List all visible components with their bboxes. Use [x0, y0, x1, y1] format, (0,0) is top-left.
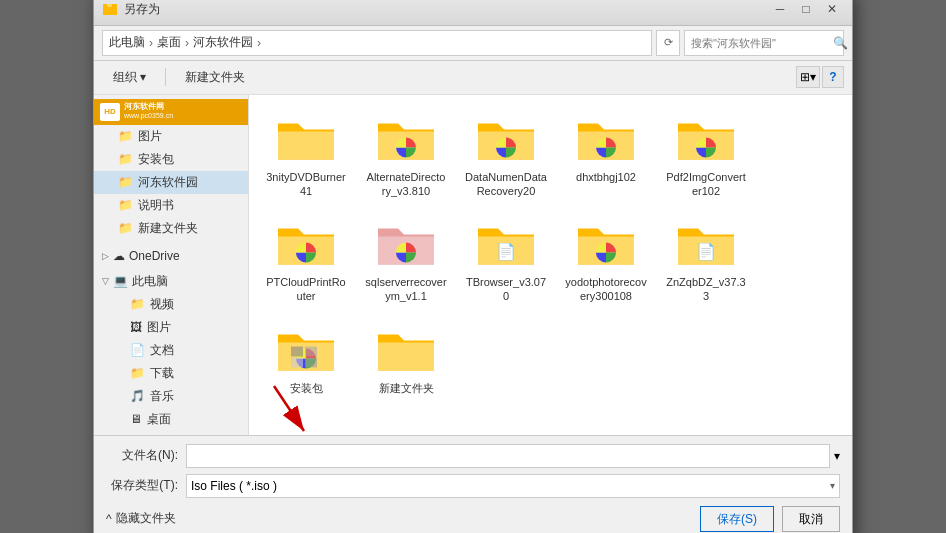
file-label: 新建文件夹 — [379, 381, 434, 395]
filename-input[interactable] — [186, 444, 830, 468]
file-item-dhxt[interactable]: dhxtbhgj102 — [561, 107, 651, 203]
folder-icon: 📁 — [118, 152, 133, 166]
view-toggle-button[interactable]: ⊞▾ — [796, 66, 820, 88]
help-button[interactable]: ? — [822, 66, 844, 88]
file-item-pdf2img[interactable]: Pdf2ImgConverter102 — [661, 107, 751, 203]
sidebar-section-thispc[interactable]: ▽ 💻 此电脑 — [94, 270, 248, 293]
file-item-znzqb[interactable]: 📄 ZnZqbDZ_v37.33 — [661, 212, 751, 308]
sidebar-item-video[interactable]: 📁 视频 — [94, 293, 248, 316]
breadcrumb-sep3: › — [257, 36, 261, 50]
save-button[interactable]: 保存(S) — [700, 506, 774, 532]
file-label: DataNumenDataRecovery20 — [465, 170, 547, 199]
sidebar-item-hedong[interactable]: 📁 河东软件园 — [94, 171, 248, 194]
title-bar-buttons: ─ □ ✕ — [768, 0, 844, 20]
svg-text:📄: 📄 — [696, 242, 716, 261]
breadcrumb[interactable]: 此电脑 › 桌面 › 河东软件园 › — [102, 30, 652, 56]
file-label: ZnZqbDZ_v37.33 — [665, 275, 747, 304]
hidden-folder-toggle[interactable]: ^ 隐藏文件夹 — [106, 510, 176, 527]
folder-icon: 📁 — [130, 366, 145, 380]
breadcrumb-sep1: › — [149, 36, 153, 50]
cancel-button[interactable]: 取消 — [782, 506, 840, 532]
sidebar-label: 说明书 — [138, 197, 174, 214]
sidebar-section-onedrive[interactable]: ▷ ☁ OneDrive — [94, 246, 248, 266]
folder-icon: 📁 — [118, 129, 133, 143]
sidebar-item-music[interactable]: 🎵 音乐 — [94, 385, 248, 408]
sidebar-item-readme[interactable]: 📁 说明书 — [94, 194, 248, 217]
pc-icon: 💻 — [113, 274, 128, 288]
folder-icon: 📁 — [118, 221, 133, 235]
folder-svg-icon — [276, 111, 336, 166]
sidebar-item-downloads[interactable]: 📁 下载 — [94, 362, 248, 385]
folder-svg-icon — [576, 216, 636, 271]
folder-svg-icon — [376, 322, 436, 377]
search-input[interactable] — [691, 37, 829, 49]
sidebar-item-installer[interactable]: 📁 安装包 — [94, 148, 248, 171]
file-item-datanumen[interactable]: DataNumenDataRecovery20 — [461, 107, 551, 203]
sidebar-label: 音乐 — [150, 388, 174, 405]
breadcrumb-part1: 此电脑 — [109, 34, 145, 51]
toolbar-separator — [165, 68, 166, 86]
filetype-select[interactable]: Iso Files ( *.iso ) ▾ — [186, 474, 840, 498]
folder-svg-icon — [476, 111, 536, 166]
folder-svg-icon — [276, 322, 336, 377]
folder-svg-icon: 📄 — [676, 216, 736, 271]
dialog-icon — [102, 1, 118, 17]
sidebar-item-docs[interactable]: 📄 文档 — [94, 339, 248, 362]
cloud-icon: ☁ — [113, 249, 125, 263]
file-label: TBrowser_v3.070 — [465, 275, 547, 304]
sidebar-label: 桌面 — [147, 411, 171, 428]
file-item-3nity[interactable]: 3nityDVDBurner41 — [261, 107, 351, 203]
file-label: PTCloudPrintRouter — [265, 275, 347, 304]
filename-dropdown-arrow: ▾ — [834, 449, 840, 463]
action-row: ^ 隐藏文件夹 保存(S) 取消 — [106, 506, 840, 532]
sidebar-label: 河东软件园 — [138, 174, 198, 191]
file-label: sqlserverrecoverym_v1.1 — [365, 275, 447, 304]
maximize-button[interactable]: □ — [794, 0, 818, 20]
file-area: 3nityDVDBurner41 AlternateDirectory_v3.8… — [249, 95, 852, 435]
file-grid: 3nityDVDBurner41 AlternateDirectory_v3.8… — [261, 107, 840, 399]
watermark-bar: HD 河东软件网 www.pc0359.cn — [94, 99, 248, 125]
close-button[interactable]: ✕ — [820, 0, 844, 20]
expand-icon: ▽ — [102, 276, 109, 286]
action-buttons: 保存(S) 取消 — [700, 506, 840, 532]
logo-icon: HD — [100, 103, 120, 121]
minimize-button[interactable]: ─ — [768, 0, 792, 20]
organize-button[interactable]: 组织 ▾ — [102, 65, 157, 90]
search-box[interactable]: 🔍 — [684, 30, 844, 56]
svg-rect-9 — [305, 357, 317, 367]
save-as-dialog: 另存为 ─ □ ✕ 此电脑 › 桌面 › 河东软件园 › ⟳ 🔍 组织 ▾ 新建… — [93, 0, 853, 533]
sidebar-label: 此电脑 — [132, 273, 168, 290]
expand-icon: ▷ — [102, 251, 109, 261]
folder-svg-icon — [376, 216, 436, 271]
address-bar: 此电脑 › 桌面 › 河东软件园 › ⟳ 🔍 — [94, 26, 852, 61]
sidebar-item-pictures[interactable]: 📁 图片 — [94, 125, 248, 148]
file-item-anzhuangbao[interactable]: 安装包 — [261, 318, 351, 399]
dropdown-arrow-icon: ▾ — [830, 480, 835, 491]
dialog-title: 另存为 — [124, 1, 160, 18]
search-icon: 🔍 — [833, 36, 848, 50]
file-item-sqlserver[interactable]: sqlserverrecoverym_v1.1 — [361, 212, 451, 308]
watermark-site: www.pc0359.cn — [124, 112, 173, 120]
file-item-newdir[interactable]: 新建文件夹 — [361, 318, 451, 399]
refresh-button[interactable]: ⟳ — [656, 30, 680, 56]
chevron-up-icon: ^ — [106, 512, 112, 526]
hidden-folder-label: 隐藏文件夹 — [116, 510, 176, 527]
breadcrumb-part2: 桌面 — [157, 34, 181, 51]
file-item-yodot[interactable]: yodotphotorecovery300108 — [561, 212, 651, 308]
svg-rect-8 — [291, 357, 303, 367]
svg-rect-6 — [291, 346, 303, 356]
sidebar-label: 图片 — [138, 128, 162, 145]
new-folder-button[interactable]: 新建文件夹 — [174, 65, 256, 90]
file-item-ptcloud[interactable]: PTCloudPrintRouter — [261, 212, 351, 308]
sidebar-item-pictures-pc[interactable]: 🖼 图片 — [94, 316, 248, 339]
sidebar-item-newfolder[interactable]: 📁 新建文件夹 — [94, 217, 248, 240]
breadcrumb-part3: 河东软件园 — [193, 34, 253, 51]
title-bar: 另存为 ─ □ ✕ — [94, 0, 852, 26]
watermark-text: 河东软件网 www.pc0359.cn — [124, 103, 173, 119]
folder-icon: 📁 — [118, 198, 133, 212]
folder-svg-icon — [376, 111, 436, 166]
file-item-alternate[interactable]: AlternateDirectory_v3.810 — [361, 107, 451, 203]
svg-rect-1 — [103, 6, 117, 15]
sidebar-item-desktop[interactable]: 🖥 桌面 — [94, 408, 248, 431]
file-item-tbrowser[interactable]: 📄 TBrowser_v3.070 — [461, 212, 551, 308]
